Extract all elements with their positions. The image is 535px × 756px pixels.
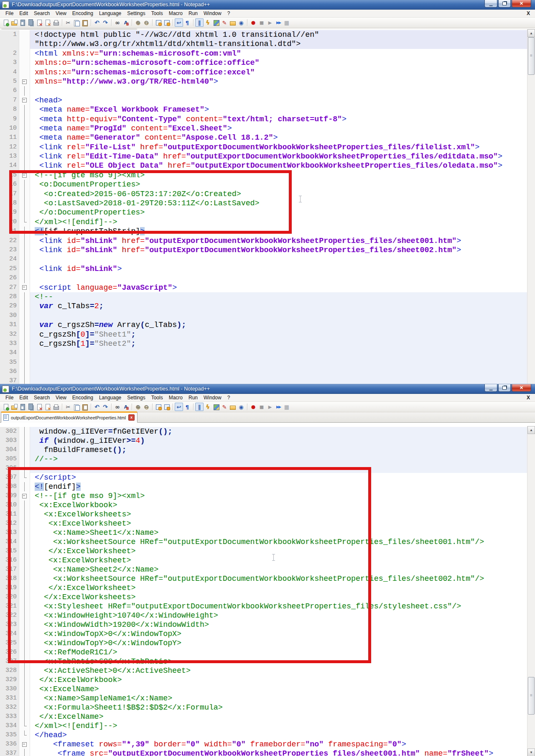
menu-item-file[interactable]: File <box>3 394 16 401</box>
find-button[interactable] <box>113 403 122 411</box>
cut-button[interactable] <box>64 18 72 27</box>
macro-play-button[interactable] <box>266 403 274 411</box>
show-indent-guide-button[interactable] <box>195 18 204 27</box>
close-button[interactable]: ✕ <box>512 384 531 392</box>
fold-collapse-icon[interactable] <box>19 283 30 292</box>
code-line[interactable]: 10 <meta name="ProgId" content="Excel.Sh… <box>0 124 527 133</box>
menu-item-encoding[interactable]: Encoding <box>69 10 96 17</box>
mdi-close-button[interactable]: X <box>527 395 530 401</box>
macro-record-button[interactable] <box>249 18 257 27</box>
show-all-characters-button[interactable] <box>183 18 191 27</box>
code-line[interactable]: 8 <meta name="Excel Workbook Frameset"> <box>0 105 527 114</box>
title-bar[interactable]: F:\Download\outputExportDocumentWorkbook… <box>0 0 535 10</box>
tab-close-icon[interactable]: x <box>128 414 135 421</box>
code-line[interactable]: 13 <link rel="Edit-Time-Data" href="outp… <box>0 152 527 161</box>
minimize-button[interactable]: ▁ <box>484 384 497 392</box>
code-line[interactable]: 304 fnBuildFrameset(); <box>0 445 527 455</box>
close-file-button[interactable] <box>35 18 43 27</box>
menu-item-language[interactable]: Language <box>96 10 124 17</box>
mdi-close-button[interactable]: X <box>527 10 530 16</box>
restore-button[interactable] <box>498 384 511 392</box>
paste-button[interactable] <box>81 18 89 27</box>
save-all-button[interactable] <box>27 403 35 411</box>
function-list-button[interactable] <box>220 403 229 411</box>
menu-item-view[interactable]: View <box>53 394 69 401</box>
close-all-button[interactable] <box>43 18 52 27</box>
menu-item-settings[interactable]: Settings <box>124 394 148 401</box>
sync-vertical-scroll-button[interactable] <box>154 403 163 411</box>
close-button[interactable]: ✕ <box>512 0 531 8</box>
menu-item-help[interactable]: ? <box>224 10 233 17</box>
code-line[interactable]: 329 </x:ExcelWorkbook> <box>0 675 527 684</box>
code-line[interactable]: 25 <link id="shLink"> <box>0 264 527 273</box>
copy-button[interactable] <box>72 403 81 411</box>
save-all-button[interactable] <box>27 18 35 27</box>
replace-button[interactable] <box>122 18 130 27</box>
code-line[interactable]: 27 <script language="JavaScript"> <box>0 283 527 292</box>
macro-run-multiple-button[interactable] <box>274 403 283 411</box>
menu-item-settings[interactable]: Settings <box>124 10 148 17</box>
scroll-up-icon[interactable]: ▲ <box>527 426 535 434</box>
code-line[interactable]: 22 <link id="shLink" href="outputExportD… <box>0 236 527 245</box>
code-line[interactable]: 328 <x:ActiveSheet>0</x:ActiveSheet> <box>0 666 527 675</box>
code-line[interactable]: 14 <link rel="OLE Object Data" href="out… <box>0 161 527 170</box>
menu-item-window[interactable]: Window <box>201 10 224 17</box>
code-line[interactable]: 332 <x:Formula>Sheet1!$B$2:$D$2</x:Formu… <box>0 703 527 712</box>
code-line[interactable]: 331 <x:Name>SampleName1</x:Name> <box>0 694 527 703</box>
undo-button[interactable] <box>93 403 101 411</box>
menu-item-file[interactable]: File <box>3 10 16 17</box>
redo-button[interactable] <box>101 403 110 411</box>
code-line[interactable]: 31 var c_rgszSh=new Array(c_lTabs); <box>0 320 527 329</box>
code-line[interactable]: 333 </x:ExcelName> <box>0 712 527 721</box>
close-file-button[interactable] <box>35 403 43 411</box>
macro-save-button[interactable] <box>283 403 291 411</box>
code-line[interactable]: 32 c_rgszSh[0]="Sheet1"; <box>0 330 527 339</box>
menu-item-search[interactable]: Search <box>31 10 53 17</box>
paste-button[interactable] <box>81 403 89 411</box>
zoom-out-button[interactable] <box>142 403 150 411</box>
undo-button[interactable] <box>93 18 101 27</box>
menu-item-tools[interactable]: Tools <box>148 10 166 17</box>
save-file-button[interactable] <box>18 18 27 27</box>
code-line[interactable]: 34 <box>0 348 527 358</box>
code-line[interactable]: 9 <meta http-equiv="Content-Type" conten… <box>0 115 527 124</box>
menu-item-tools[interactable]: Tools <box>148 394 166 401</box>
menu-item-encoding[interactable]: Encoding <box>69 394 96 401</box>
code-line[interactable]: 36 <box>0 367 527 376</box>
menu-item-help[interactable]: ? <box>224 394 233 401</box>
macro-record-button[interactable] <box>249 403 257 411</box>
define-language-button[interactable] <box>204 18 212 27</box>
sync-horizontal-scroll-button[interactable] <box>163 403 171 411</box>
code-line[interactable]: 2<html xmlns:v="urn:schemas-microsoft-co… <box>0 49 527 58</box>
fold-collapse-icon[interactable] <box>19 77 30 86</box>
code-line[interactable]: 28<!-- <box>0 292 527 301</box>
folder-as-workspace-button[interactable] <box>229 18 237 27</box>
code-line[interactable]: 4xmlns:x="urn:schemas-microsoft-com:offi… <box>0 68 527 77</box>
code-line[interactable]: 33 c_rgszSh[1]="Sheet2"; <box>0 339 527 348</box>
zoom-in-button[interactable] <box>134 18 142 27</box>
scrollbar-thumb[interactable] <box>528 677 535 715</box>
code-line[interactable]: 335</head> <box>0 730 527 740</box>
sync-horizontal-scroll-button[interactable] <box>163 18 171 27</box>
monitoring-button[interactable] <box>237 403 245 411</box>
code-line[interactable]: 1<!doctype html public "-//w3c//dtd xhtm… <box>0 30 527 39</box>
open-file-button[interactable] <box>10 18 18 27</box>
menu-item-macro[interactable]: Macro <box>166 10 186 17</box>
code-line[interactable]: "http://www.w3.org/tr/xhtml1/dtd/xhtml1-… <box>0 39 527 49</box>
menu-item-edit[interactable]: Edit <box>16 394 31 401</box>
fold-collapse-icon[interactable] <box>19 740 30 749</box>
folder-as-workspace-button[interactable] <box>229 403 237 411</box>
scrollbar-thumb[interactable] <box>528 37 535 75</box>
menu-item-view[interactable]: View <box>53 10 69 17</box>
macro-play-button[interactable] <box>266 18 274 27</box>
print-button[interactable] <box>52 403 60 411</box>
code-line[interactable]: 305//--> <box>0 455 527 464</box>
define-language-button[interactable] <box>204 403 212 411</box>
function-list-button[interactable] <box>220 18 229 27</box>
macro-save-button[interactable] <box>283 18 291 27</box>
document-map-button[interactable] <box>212 403 220 411</box>
sync-vertical-scroll-button[interactable] <box>154 18 163 27</box>
open-file-button[interactable] <box>10 403 18 411</box>
new-file-button[interactable] <box>2 403 10 411</box>
print-button[interactable] <box>52 18 60 27</box>
